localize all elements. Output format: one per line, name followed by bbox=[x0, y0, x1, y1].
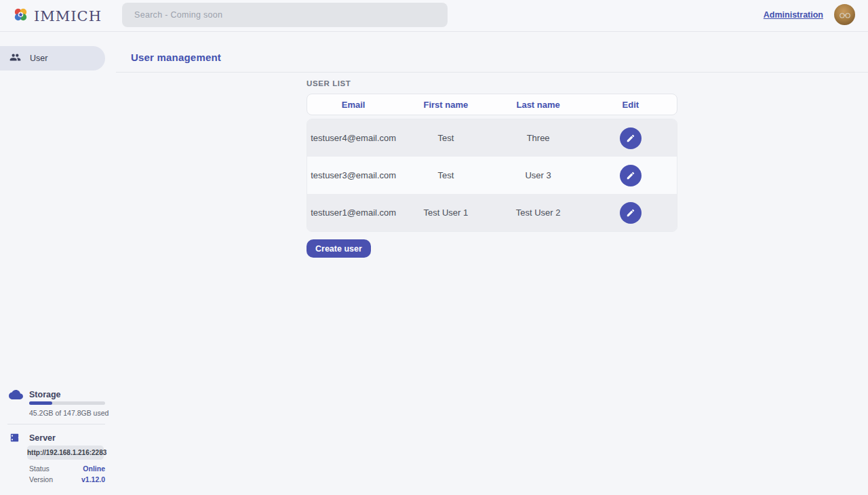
table-row: testuser1@email.com Test User 1 Test Use… bbox=[307, 194, 677, 231]
user-table-body: testuser4@email.com Test Three testuser3… bbox=[307, 119, 677, 232]
user-avatar[interactable] bbox=[834, 4, 855, 25]
cell-last-name: User 3 bbox=[492, 170, 585, 180]
storage-title: Storage bbox=[29, 390, 61, 399]
cell-email: testuser4@email.com bbox=[307, 133, 399, 143]
cell-first-name: Test User 1 bbox=[399, 207, 492, 218]
app-logo: IMMICH bbox=[12, 6, 102, 26]
sidebar-item-user[interactable]: User bbox=[0, 46, 105, 71]
version-label: Version bbox=[29, 475, 53, 483]
status-label: Status bbox=[29, 464, 50, 473]
cell-first-name: Test bbox=[399, 133, 492, 143]
server-title: Server bbox=[29, 433, 56, 443]
storage-progress-fill bbox=[29, 401, 52, 405]
server-section: Server http://192.168.1.216:2283 Status … bbox=[0, 431, 116, 492]
glasses-icon bbox=[837, 7, 852, 22]
cell-email: testuser3@email.com bbox=[307, 170, 399, 180]
search-input[interactable] bbox=[122, 3, 448, 27]
table-row: testuser3@email.com Test User 3 bbox=[307, 157, 677, 194]
sidebar-item-label: User bbox=[30, 54, 47, 63]
section-label: USER LIST bbox=[307, 79, 677, 87]
version-value: v1.12.0 bbox=[81, 475, 105, 483]
column-header-last-name: Last name bbox=[492, 100, 585, 110]
storage-progress-track bbox=[29, 401, 105, 405]
cell-first-name: Test bbox=[399, 170, 492, 180]
column-header-email: Email bbox=[307, 100, 399, 110]
server-icon bbox=[9, 432, 20, 446]
top-navbar: IMMICH Administration bbox=[0, 0, 868, 32]
cell-last-name: Three bbox=[492, 133, 585, 143]
pencil-icon bbox=[626, 171, 635, 180]
page-title: User management bbox=[131, 52, 221, 63]
edit-user-button[interactable] bbox=[620, 165, 642, 186]
administration-link[interactable]: Administration bbox=[764, 10, 823, 20]
table-row: testuser4@email.com Test Three bbox=[307, 119, 677, 157]
column-header-first-name: First name bbox=[399, 100, 492, 110]
immich-flower-icon bbox=[12, 6, 29, 26]
cell-email: testuser1@email.com bbox=[307, 207, 399, 218]
title-divider bbox=[116, 72, 868, 73]
create-user-button[interactable]: Create user bbox=[307, 239, 371, 258]
table-header: Email First name Last name Edit bbox=[307, 94, 677, 115]
pencil-icon bbox=[626, 134, 635, 143]
cell-last-name: Test User 2 bbox=[492, 207, 585, 218]
storage-section: Storage 45.2GB of 147.8GB used bbox=[0, 387, 116, 424]
server-status-row: Status Online bbox=[29, 464, 105, 473]
sidebar-divider bbox=[7, 424, 105, 424]
users-icon bbox=[9, 52, 21, 66]
app-title: IMMICH bbox=[34, 8, 102, 24]
status-value: Online bbox=[83, 464, 105, 473]
server-url-chip: http://192.168.1.216:2283 bbox=[27, 446, 104, 460]
storage-usage-text: 45.2GB of 147.8GB used bbox=[29, 409, 108, 417]
user-list-section: USER LIST Email First name Last name Edi… bbox=[307, 79, 677, 258]
cloud-icon bbox=[9, 389, 23, 402]
pencil-icon bbox=[626, 208, 635, 218]
edit-user-button[interactable] bbox=[620, 202, 642, 224]
edit-user-button[interactable] bbox=[620, 127, 642, 149]
server-version-row: Version v1.12.0 bbox=[29, 475, 105, 483]
column-header-edit: Edit bbox=[585, 100, 677, 110]
